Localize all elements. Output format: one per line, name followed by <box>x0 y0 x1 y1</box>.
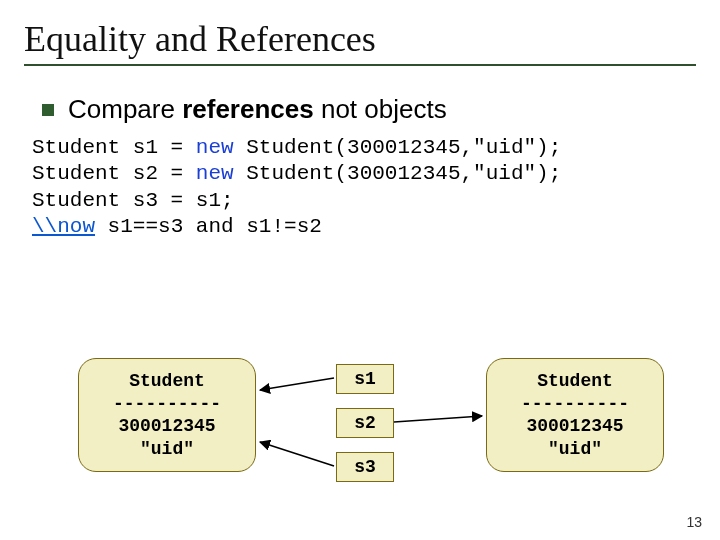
bullet-square-icon <box>42 104 54 116</box>
obj-right-l1: Student <box>487 370 663 393</box>
bullet-prefix: Compare <box>68 94 182 124</box>
code-block: Student s1 = new Student(300012345,"uid"… <box>32 135 696 240</box>
obj-right-l3: 300012345 <box>487 415 663 438</box>
title-underline <box>24 64 696 66</box>
code-l4-link: \\now <box>32 215 95 238</box>
bullet-row: Compare references not objects <box>42 94 696 125</box>
bullet-text: Compare references not objects <box>68 94 447 125</box>
arrow-s1-to-left <box>260 378 334 390</box>
code-l2a: Student s2 = <box>32 162 196 185</box>
page-number: 13 <box>686 514 702 530</box>
bullet-suffix: not objects <box>314 94 447 124</box>
ref-s2: s2 <box>336 408 394 438</box>
code-l1c: Student(300012345,"uid"); <box>234 136 562 159</box>
slide-title: Equality and References <box>24 18 696 60</box>
code-l2c: Student(300012345,"uid"); <box>234 162 562 185</box>
ref-s1: s1 <box>336 364 394 394</box>
obj-left-l4: "uid" <box>79 438 255 461</box>
code-l1a: Student s1 = <box>32 136 196 159</box>
obj-left-l2: ---------- <box>79 393 255 416</box>
code-l3: Student s3 = s1; <box>32 189 234 212</box>
student-object-right: Student ---------- 300012345 "uid" <box>486 358 664 472</box>
student-object-left: Student ---------- 300012345 "uid" <box>78 358 256 472</box>
arrow-s2-to-right <box>394 416 482 422</box>
bullet-strong: references <box>182 94 314 124</box>
ref-s3: s3 <box>336 452 394 482</box>
obj-left-l3: 300012345 <box>79 415 255 438</box>
diagram: Student ---------- 300012345 "uid" Stude… <box>0 346 720 506</box>
arrow-s3-to-left <box>260 442 334 466</box>
obj-right-l2: ---------- <box>487 393 663 416</box>
obj-left-l1: Student <box>79 370 255 393</box>
obj-right-l4: "uid" <box>487 438 663 461</box>
code-l4b: s1==s3 and s1!=s2 <box>95 215 322 238</box>
code-l2-new: new <box>196 162 234 185</box>
code-l1-new: new <box>196 136 234 159</box>
